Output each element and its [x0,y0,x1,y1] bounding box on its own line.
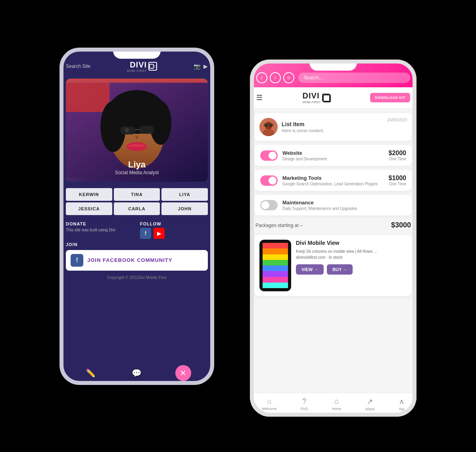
phone2-logo-text: DIVI [303,91,320,100]
notch-1 [113,48,161,59]
donate-follow-row: DONATE This site was built using Divi FO… [66,221,208,239]
phone1-screen: Search Site DIVI MOBI FIRST 📷 ▶ [60,48,214,385]
website-price-type: One Time [389,157,407,161]
maintenance-toggle[interactable] [260,200,278,210]
marketing-price: $1000 One Time [389,175,407,186]
maintenance-service-card: Maintenance Daily Support, Maintenance a… [255,195,412,215]
marketing-price-type: One Time [389,182,407,186]
phone1-logo: DIVI MOBI FIRST [127,60,157,72]
hamburger-icon[interactable]: ☰ [256,93,263,102]
pencil-icon[interactable]: ✏️ [83,365,98,381]
phone2-logo-icon [322,94,330,102]
share-icon: ↗ [367,397,373,406]
svg-rect-20 [264,123,268,127]
svg-point-6 [150,101,171,144]
phone2-bottom-nav: ⌂ Welcome ? FAQ ⌂ Home ↗ Share [250,393,416,417]
faq-label: FAQ [301,407,308,411]
search-bar[interactable]: Search... [298,73,410,83]
marketing-price-amount: $1000 [389,175,407,182]
marketing-service-card: Marketing Tools Google Search Optimizati… [255,170,412,191]
tab-john[interactable]: JOHN [161,202,208,215]
home-icon: ⌂ [334,397,339,406]
instagram-circle-icon[interactable]: ◎ [283,72,294,83]
tab-kerwin[interactable]: KERWIN [66,188,112,201]
svg-rect-11 [121,126,135,134]
social-circles: f t ◎ [256,72,294,83]
phone1-social-icons: 📷 ▶ [194,63,208,69]
nav-faq[interactable]: ? FAQ [301,397,308,411]
youtube-follow-icon[interactable]: ▶ [154,228,165,239]
phone1-logo-sub: MOBI FIRST [127,69,147,72]
tab-carla[interactable]: CARLA [114,202,160,215]
view-button[interactable]: VIEW → [296,264,324,275]
welcome-icon: ⌂ [267,397,271,406]
website-name: Website [282,150,384,156]
follow-title: FOLLOW [140,221,208,226]
svg-rect-14 [323,95,330,102]
download-kit-button[interactable]: DOWNLOAD KIT [370,93,410,102]
marketing-desc: Google Search Optimization, Lead Generat… [282,182,384,186]
website-desc: Design and Development [282,157,384,161]
product-buttons: VIEW → BUY → [296,264,407,275]
share-label: Share [365,407,375,411]
donate-title: DONATE [66,221,134,226]
phone1-nav-tabs: KERWIN TINA LIYA JESSICA CARLA JOHN [60,185,214,218]
nav-share[interactable]: ↗ Share [365,397,375,411]
buy-button[interactable]: BUY → [327,264,353,275]
instagram-icon: 📷 [194,63,200,69]
product-desc: Keep Dii columns on mobile view | All Ro… [296,248,407,260]
phone-1: Search Site DIVI MOBI FIRST 📷 ▶ [60,48,214,385]
phone-2: f t ◎ Search... ☰ DIVI MOBI FIRST [250,60,416,417]
donate-text: This site was built using Divi [66,228,134,232]
website-toggle[interactable] [260,150,278,161]
phone1-logo-icon [148,62,157,71]
product-image [259,240,291,291]
list-item-row: List Item Here is some content. 24/05/20… [259,118,407,136]
svg-rect-0 [150,64,154,68]
product-card: Divi Mobile View Keep Dii columns on mob… [255,235,412,296]
scene: Search Site DIVI MOBI FIRST 📷 ▶ [60,28,416,425]
tab-liya[interactable]: LIYA [161,188,208,201]
svg-line-13 [135,129,139,130]
website-service-card: Website Design and Development $2000 One… [255,145,412,166]
home-label: Home [332,407,341,411]
chat-icon[interactable]: 💬 [129,365,145,381]
svg-rect-21 [269,123,273,127]
phone2-logo: DIVI MOBI FIRST [303,91,330,104]
join-label: JOIN [66,242,208,247]
follow-section: FOLLOW f ▶ [140,221,208,239]
nav-welcome[interactable]: ⌂ Welcome [262,397,276,411]
packages-row: Packages starting at – $3000 [255,219,412,231]
phone1-logo-text: DIVI [130,60,147,69]
phone1-bottom: DONATE This site was built using Divi FO… [60,218,214,361]
nav-top[interactable]: ∧ Top [399,397,405,411]
svg-rect-12 [139,125,154,133]
hero-info: Liya Social Media Analyst [66,160,208,175]
maintenance-name: Maintenance [282,200,406,206]
phone1-bottom-bar: ✏️ 💬 ✕ [60,361,214,385]
website-price-amount: $2000 [389,150,407,157]
list-item-subtitle: Here is some content. [282,128,383,133]
join-text: JOIN FACEBOOK COMMUNITY [87,257,172,263]
copyright: Copyright © 2021Divi Mobile First [66,274,208,281]
svg-point-5 [100,101,126,152]
join-facebook[interactable]: f JOIN FACEBOOK COMMUNITY [66,250,208,271]
donate-section: DONATE This site was built using Divi [66,221,134,239]
list-item-title: List Item [282,121,383,127]
tab-jessica[interactable]: JESSICA [66,202,112,215]
tab-tina[interactable]: TINA [114,188,160,201]
facebook-join-icon: f [71,254,83,267]
product-info: Divi Mobile View Keep Dii columns on mob… [296,240,407,275]
follow-icons: f ▶ [140,228,208,239]
marketing-toggle[interactable] [260,175,278,186]
welcome-label: Welcome [262,407,276,411]
nav-home[interactable]: ⌂ Home [332,397,341,411]
svg-rect-2 [66,83,109,112]
hero-name: Liya [66,160,208,170]
close-icon[interactable]: ✕ [175,365,191,381]
facebook-circle-icon[interactable]: f [256,72,267,83]
list-item-info: List Item Here is some content. [282,121,383,133]
list-item-card: List Item Here is some content. 24/05/20… [255,113,412,141]
twitter-circle-icon[interactable]: t [270,72,281,83]
facebook-follow-icon[interactable]: f [140,228,151,239]
